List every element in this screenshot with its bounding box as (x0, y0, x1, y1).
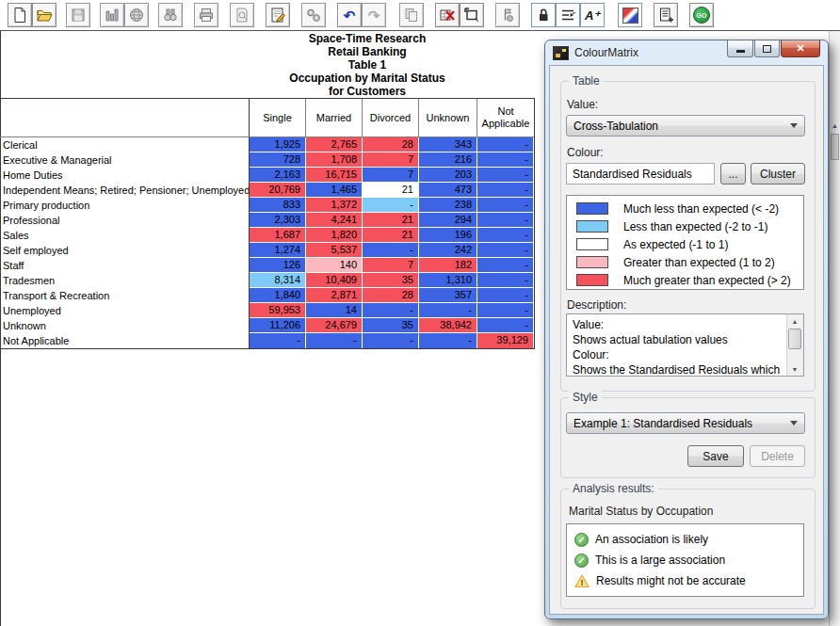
undo-button[interactable]: ↶ (337, 3, 362, 27)
table-cell[interactable]: 2,163 (250, 168, 306, 183)
table-cell[interactable]: 2,871 (306, 288, 363, 303)
table-cell[interactable]: - (477, 288, 534, 303)
table-cell[interactable]: - (250, 333, 306, 348)
table-cell[interactable]: 2,765 (306, 137, 363, 152)
column-header-single[interactable]: Single (250, 99, 306, 136)
new-document-button[interactable] (8, 3, 32, 27)
table-cell[interactable]: 16,715 (306, 168, 363, 183)
table-cell[interactable]: 1,687 (250, 228, 306, 243)
table-cell[interactable]: 1,840 (250, 288, 306, 303)
table-cell[interactable]: 833 (250, 198, 306, 213)
description-scrollbar[interactable]: ▲ ▼ (786, 314, 803, 376)
scroll-up-icon[interactable]: ▲ (787, 314, 802, 328)
minimize-button[interactable] (727, 40, 753, 57)
browse-button[interactable]: ... (720, 163, 746, 185)
font-size-button[interactable]: A⁺ (580, 3, 605, 27)
table-cell[interactable]: - (477, 213, 534, 228)
table-cell[interactable]: 21 (363, 228, 419, 243)
table-cell[interactable]: - (477, 243, 534, 258)
table-cell[interactable]: 7 (363, 152, 419, 168)
table-cell[interactable]: 357 (419, 288, 477, 303)
row-header[interactable]: Self employed (0, 243, 250, 258)
table-cell[interactable]: 1,274 (250, 243, 306, 258)
table-cell[interactable]: 1,708 (306, 152, 363, 168)
table-cell[interactable]: 196 (419, 228, 477, 243)
table-cell[interactable]: 28 (363, 288, 419, 303)
close-button[interactable]: ✕ (781, 40, 820, 57)
delete-table-button[interactable] (435, 3, 460, 27)
row-header[interactable]: Tradesmen (0, 273, 250, 288)
row-header[interactable]: Staff (0, 258, 250, 273)
field-order-button[interactable] (556, 3, 580, 27)
table-cell[interactable]: - (477, 198, 534, 213)
go-button[interactable]: GO (689, 3, 714, 27)
table-cell[interactable]: - (477, 303, 534, 318)
table-cell[interactable]: 7 (363, 258, 419, 273)
table-cell[interactable]: 1,820 (306, 228, 363, 243)
table-cell[interactable]: - (363, 303, 419, 318)
value-dropdown[interactable]: Cross-Tabulation (566, 115, 805, 136)
table-cell[interactable]: 203 (419, 168, 477, 183)
table-cell[interactable]: 1,465 (306, 183, 363, 198)
table-cell[interactable]: 2,303 (250, 213, 306, 228)
main-vertical-scrollbar[interactable]: ▲ (829, 31, 840, 626)
resize-table-button[interactable] (460, 3, 484, 27)
row-header[interactable]: Independent Means; Retired; Pensioner; U… (0, 183, 250, 198)
table-cell[interactable]: - (477, 258, 534, 273)
table-cell[interactable]: 294 (419, 213, 477, 228)
table-cell[interactable]: 140 (306, 258, 363, 273)
table-cell[interactable]: 4,241 (306, 213, 363, 228)
table-cell[interactable]: 182 (419, 258, 477, 273)
table-cell[interactable]: 1,310 (419, 273, 477, 288)
colour-matrix-button[interactable] (618, 3, 642, 27)
table-cell[interactable]: 5,537 (306, 243, 363, 258)
scrollbar-thumb[interactable] (788, 329, 801, 349)
scroll-up-icon[interactable]: ▲ (830, 119, 840, 133)
table-cell[interactable]: - (477, 318, 534, 333)
table-cell[interactable]: - (477, 273, 534, 288)
table-cell[interactable]: 8,314 (250, 273, 306, 288)
add-document-button[interactable] (654, 3, 678, 27)
table-cell[interactable]: - (363, 243, 419, 258)
table-cell[interactable]: 38,942 (419, 318, 477, 333)
table-cell[interactable]: 10,409 (306, 273, 363, 288)
row-header[interactable]: Executive & Managerial (0, 152, 250, 168)
row-header[interactable]: Transport & Recreation (0, 288, 250, 303)
table-cell[interactable]: - (477, 152, 534, 168)
scroll-down-icon[interactable]: ▼ (787, 362, 802, 376)
table-cell[interactable]: 343 (419, 137, 477, 152)
table-cell[interactable]: 21 (363, 183, 419, 198)
table-cell[interactable]: - (477, 137, 534, 152)
style-dropdown[interactable]: Example 1: Standardised Residuals (566, 412, 805, 434)
table-cell[interactable]: - (477, 228, 534, 243)
table-cell[interactable]: 1,925 (250, 137, 306, 152)
column-header-married[interactable]: Married (306, 99, 363, 136)
lock-button[interactable] (531, 3, 556, 27)
table-cell[interactable]: 20,769 (250, 183, 306, 198)
delete-button[interactable]: Delete (750, 445, 805, 467)
row-header[interactable]: Professional (0, 213, 250, 228)
table-cell[interactable]: 473 (419, 183, 477, 198)
table-cell[interactable]: - (477, 183, 534, 198)
table-cell[interactable]: 14 (306, 303, 363, 318)
table-cell[interactable]: 7 (363, 168, 419, 183)
table-cell[interactable]: - (363, 333, 419, 348)
table-cell[interactable]: 59,953 (250, 303, 306, 318)
table-cell[interactable]: 216 (419, 152, 477, 168)
row-header[interactable]: Not Applicable (0, 333, 250, 348)
table-cell[interactable]: 238 (419, 198, 477, 213)
maximize-button[interactable] (754, 40, 780, 57)
table-cell[interactable]: 35 (363, 318, 419, 333)
table-cell[interactable]: 39,129 (477, 333, 534, 348)
table-cell[interactable]: 35 (363, 273, 419, 288)
cluster-button[interactable]: Cluster (751, 163, 805, 185)
row-header[interactable]: Unknown (0, 318, 250, 333)
edit-table-button[interactable] (266, 3, 290, 27)
table-cell[interactable]: - (306, 333, 363, 348)
row-header[interactable]: Primary production (0, 198, 250, 213)
table-cell[interactable]: 1,372 (306, 198, 363, 213)
open-file-button[interactable] (32, 3, 57, 27)
row-header[interactable]: Clerical (0, 137, 250, 152)
table-cell[interactable]: 24,679 (306, 318, 363, 333)
row-header[interactable]: Sales (0, 228, 250, 243)
